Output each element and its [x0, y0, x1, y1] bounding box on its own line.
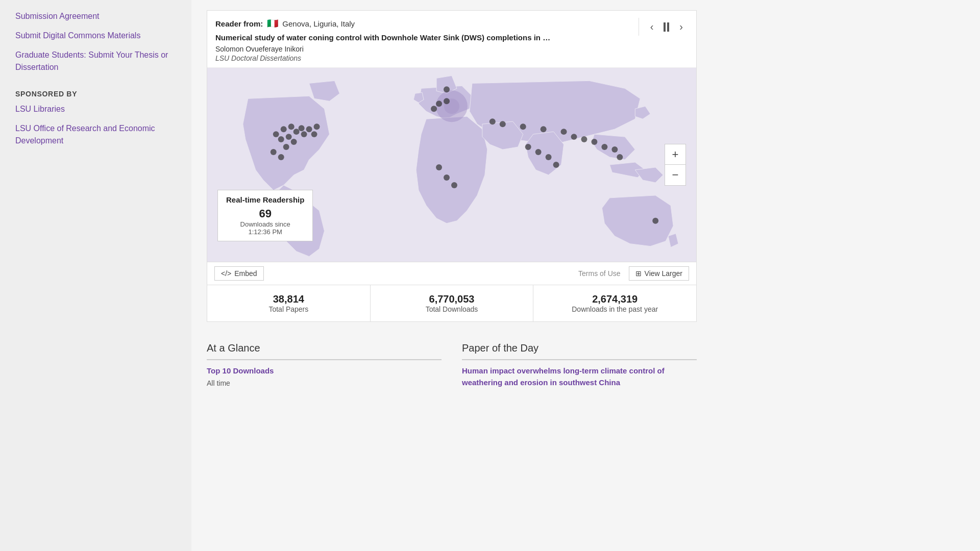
map-dot	[617, 154, 623, 160]
map-dot	[293, 129, 300, 135]
map-dot	[571, 134, 577, 140]
sidebar: Submission Agreement Submit Digital Comm…	[0, 0, 191, 551]
reader-nav: ‹ ›	[639, 18, 688, 36]
stats-bar: 38,814 Total Papers 6,770,053 Total Down…	[207, 285, 696, 321]
downloads-since-label: Downloads since	[240, 220, 290, 228]
view-larger-label: View Larger	[645, 269, 682, 278]
top-downloads-link[interactable]: Top 10 Downloads	[207, 365, 442, 377]
readership-count: 69	[226, 207, 304, 220]
map-dot	[299, 125, 305, 131]
map-dot	[591, 139, 597, 145]
map-dot	[444, 174, 450, 181]
map-dot	[278, 154, 284, 160]
map-dot	[273, 131, 279, 137]
map-dot	[546, 154, 552, 160]
view-larger-icon: ⊞	[635, 269, 642, 278]
past-year-number: 2,674,319	[538, 293, 691, 305]
map-dot	[271, 149, 277, 155]
map-dot	[581, 136, 587, 142]
total-downloads-number: 6,770,053	[376, 293, 528, 305]
readership-box: Real-time Readership 69 Downloads since …	[217, 190, 313, 241]
at-a-glance-section: At a Glance Top 10 Downloads All time	[207, 342, 442, 390]
view-larger-button[interactable]: ⊞ View Larger	[629, 266, 689, 281]
pause-bar-right	[667, 22, 669, 32]
paper-of-day-section: Paper of the Day Human impact overwhelms…	[462, 342, 697, 390]
map-dot	[436, 101, 442, 107]
bottom-sections: At a Glance Top 10 Downloads All time Pa…	[207, 337, 697, 390]
embed-code-icon: </>	[221, 269, 231, 278]
paper-of-day-link[interactable]: Human impact overwhelms long-term climat…	[462, 365, 697, 388]
map-dot	[444, 98, 450, 104]
pause-button[interactable]	[658, 19, 674, 35]
next-button[interactable]: ›	[674, 18, 688, 36]
reader-header: Reader from: 🇮🇹 Genova, Liguria, Italy N…	[207, 11, 696, 68]
pause-bar-left	[664, 22, 666, 32]
map-dot	[489, 118, 496, 124]
reader-header-left: Reader from: 🇮🇹 Genova, Liguria, Italy N…	[215, 18, 639, 62]
paper-of-day-title: Paper of the Day	[462, 342, 697, 360]
map-dot	[500, 121, 506, 127]
reader-journal: LSU Doctoral Dissertations	[215, 54, 639, 62]
zoom-in-button[interactable]: +	[665, 144, 685, 165]
reader-from-line: Reader from: 🇮🇹 Genova, Liguria, Italy	[215, 18, 639, 29]
map-container: Real-time Readership 69 Downloads since …	[207, 68, 696, 262]
map-dot	[535, 149, 542, 155]
map-dot	[288, 123, 295, 130]
terms-of-use-link[interactable]: Terms of Use	[578, 269, 620, 278]
map-dot	[520, 123, 526, 130]
main-content: Reader from: 🇮🇹 Genova, Liguria, Italy N…	[191, 0, 980, 551]
italy-flag-icon: 🇮🇹	[267, 18, 278, 29]
sidebar-link-graduate-students[interactable]: Graduate Students: Submit Your Thesis or…	[15, 49, 176, 73]
at-a-glance-title: At a Glance	[207, 342, 442, 360]
top-downloads-sub: All time	[207, 379, 442, 387]
sidebar-link-submit-digital-commons[interactable]: Submit Digital Commons Materials	[15, 30, 176, 42]
reader-author: Solomon Ovueferaye Inikori	[215, 45, 639, 53]
map-dot	[291, 139, 297, 145]
map-dot	[525, 144, 531, 150]
total-papers-label: Total Papers	[212, 305, 365, 313]
readership-since: Downloads since 1:12:36 PM	[226, 220, 304, 236]
sidebar-link-lsu-libraries[interactable]: LSU Libraries	[15, 103, 176, 115]
map-dot	[311, 131, 317, 137]
map-dot	[436, 164, 442, 170]
total-papers-stat: 38,814 Total Papers	[207, 285, 371, 321]
embed-label: Embed	[234, 269, 257, 278]
reader-from-label: Reader from:	[215, 19, 263, 28]
sidebar-link-submission-agreement[interactable]: Submission Agreement	[15, 10, 176, 22]
map-dot	[301, 131, 307, 137]
past-year-downloads-stat: 2,674,319 Downloads in the past year	[533, 285, 696, 321]
map-dot	[314, 123, 320, 130]
map-dot	[561, 129, 567, 135]
sidebar-link-lsu-office[interactable]: LSU Office of Research and Economic Deve…	[15, 122, 176, 147]
past-year-label: Downloads in the past year	[538, 305, 691, 313]
embed-button[interactable]: </> Embed	[214, 266, 264, 281]
map-footer: </> Embed Terms of Use ⊞ View Larger	[207, 262, 696, 285]
map-dot	[283, 144, 289, 150]
total-downloads-stat: 6,770,053 Total Downloads	[371, 285, 534, 321]
map-dot	[553, 162, 559, 168]
total-downloads-label: Total Downloads	[376, 305, 528, 313]
map-dot	[611, 146, 618, 153]
map-dot	[286, 134, 292, 140]
zoom-out-button[interactable]: −	[665, 165, 685, 185]
readership-time: 1:12:36 PM	[248, 228, 282, 236]
map-dot	[541, 126, 547, 132]
zoom-controls: + −	[665, 144, 686, 186]
map-dot	[278, 136, 284, 142]
reader-city: Genova, Liguria, Italy	[282, 19, 355, 28]
map-dot	[451, 182, 457, 188]
sponsored-by-label: SPONSORED BY	[15, 90, 176, 98]
map-dot	[306, 126, 312, 132]
map-dot	[601, 144, 607, 150]
total-papers-number: 38,814	[212, 293, 365, 305]
reader-title: Numerical study of water coning control …	[215, 32, 639, 43]
reader-widget: Reader from: 🇮🇹 Genova, Liguria, Italy N…	[207, 10, 697, 322]
map-dot	[444, 86, 450, 92]
map-dot	[652, 218, 658, 224]
map-dot	[431, 106, 437, 112]
prev-button[interactable]: ‹	[645, 18, 659, 36]
readership-title: Real-time Readership	[226, 195, 304, 204]
map-dot	[281, 126, 287, 132]
